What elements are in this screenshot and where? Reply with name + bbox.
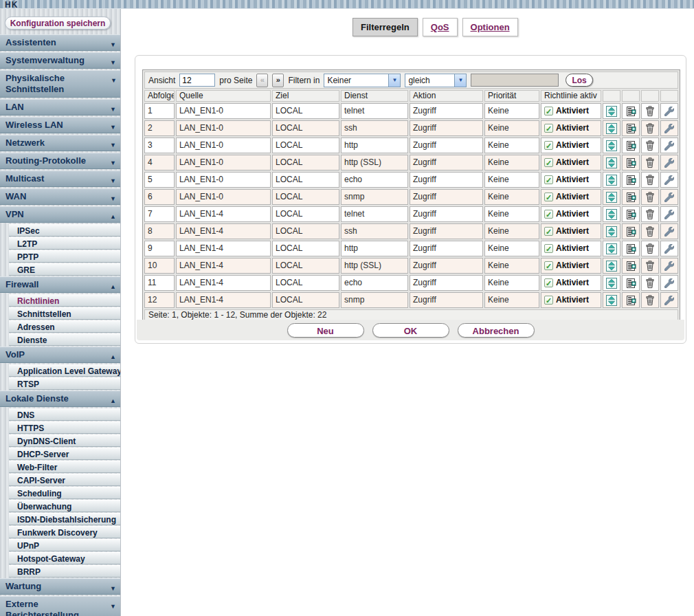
move-icon[interactable] <box>603 155 620 170</box>
sidebar-item-dyndns-client[interactable]: DynDNS-Client <box>9 434 120 447</box>
sidebar-item-hotspot-gateway[interactable]: Hotspot-Gateway <box>9 552 120 564</box>
sidebar-item-firewall[interactable]: Firewall ▲ <box>0 276 120 293</box>
add-entry-icon[interactable] <box>622 258 640 274</box>
trash-icon[interactable] <box>641 138 659 153</box>
trash-icon[interactable] <box>641 120 659 136</box>
move-icon[interactable] <box>603 292 620 308</box>
add-entry-icon[interactable] <box>622 172 640 188</box>
previous-page-button[interactable]: « <box>256 74 268 87</box>
move-icon[interactable] <box>603 120 620 136</box>
move-icon[interactable] <box>603 223 620 239</box>
ok-button[interactable]: OK <box>372 323 449 338</box>
move-icon[interactable] <box>603 138 620 153</box>
sidebar-item-isdn-diebstahlsicherung[interactable]: ISDN-Diebstahlsicherung <box>9 513 120 525</box>
trash-icon[interactable] <box>641 223 659 239</box>
move-icon[interactable] <box>603 189 620 205</box>
wrench-icon[interactable] <box>660 275 678 291</box>
sidebar-item-pptp[interactable]: PPTP <box>9 250 120 263</box>
checkbox-checked-icon[interactable]: ✓ <box>544 261 553 270</box>
sidebar-item-web-filter[interactable]: Web-Filter <box>9 461 120 473</box>
sidebar-item-wartung[interactable]: Wartung ▼ <box>0 578 120 595</box>
checkbox-checked-icon[interactable]: ✓ <box>544 107 553 116</box>
trash-icon[interactable] <box>641 103 659 119</box>
trash-icon[interactable] <box>641 241 659 256</box>
wrench-icon[interactable] <box>660 172 678 188</box>
sidebar-item-routing-protokolle[interactable]: Routing-Protokolle ▼ <box>0 153 120 169</box>
add-entry-icon[interactable] <box>622 103 640 119</box>
sidebar-item-schnittstellen[interactable]: Schnittstellen <box>9 307 120 320</box>
add-entry-icon[interactable] <box>622 155 640 170</box>
filter-operator-select[interactable]: gleich ▼ <box>405 74 467 87</box>
checkbox-checked-icon[interactable]: ✓ <box>544 124 553 133</box>
move-icon[interactable] <box>603 241 620 256</box>
sidebar-item-lan[interactable]: LAN ▼ <box>0 99 120 116</box>
sidebar-item-dns[interactable]: DNS <box>9 408 120 421</box>
sidebar-item-brrp[interactable]: BRRP <box>9 565 120 578</box>
sidebar-item-capi-server[interactable]: CAPI-Server <box>9 474 120 486</box>
move-icon[interactable] <box>603 275 620 291</box>
tab-qos[interactable]: QoS <box>423 18 458 36</box>
sidebar-item-l2tp[interactable]: L2TP <box>9 237 120 250</box>
checkbox-checked-icon[interactable]: ✓ <box>544 296 553 305</box>
sidebar-item-assistenten[interactable]: Assistenten ▼ <box>0 34 120 51</box>
sidebar-item-dienste[interactable]: Dienste <box>9 333 120 346</box>
tab-optionen[interactable]: Optionen <box>462 18 518 36</box>
sidebar-item-netzwerk[interactable]: Netzwerk ▼ <box>0 135 120 151</box>
next-page-button[interactable]: » <box>272 74 284 87</box>
add-entry-icon[interactable] <box>622 241 640 256</box>
sidebar-item-lokale-dienste[interactable]: Lokale Dienste ▲ <box>0 390 120 407</box>
sidebar-item-scheduling[interactable]: Scheduling <box>9 487 120 499</box>
trash-icon[interactable] <box>641 189 659 205</box>
wrench-icon[interactable] <box>660 103 678 119</box>
sidebar-item-ipsec[interactable]: IPSec <box>9 224 120 236</box>
wrench-icon[interactable] <box>660 241 678 256</box>
trash-icon[interactable] <box>641 292 659 308</box>
sidebar-item-richtlinien[interactable]: Richtlinien <box>9 294 120 307</box>
add-entry-icon[interactable] <box>622 120 640 136</box>
sidebar-item-upnp[interactable]: UPnP <box>9 539 120 551</box>
trash-icon[interactable] <box>641 172 659 188</box>
sidebar-item-application-level-gateway[interactable]: Application Level Gateway <box>9 364 120 377</box>
sidebar-item-externe-berichterstellung[interactable]: Externe Berichterstellung ▼ <box>0 596 120 616</box>
trash-icon[interactable] <box>641 155 659 170</box>
sidebar-item-adressen[interactable]: Adressen <box>9 320 120 333</box>
wrench-icon[interactable] <box>660 223 678 239</box>
sidebar-item-systemverwaltung[interactable]: Systemverwaltung ▼ <box>0 52 120 69</box>
checkbox-checked-icon[interactable]: ✓ <box>544 227 553 236</box>
sidebar-item-gre[interactable]: GRE <box>9 263 120 276</box>
sidebar-item-physikalische-schnittstellen[interactable]: Physikalische Schnittstellen ▼ <box>0 70 121 98</box>
add-entry-icon[interactable] <box>622 189 640 205</box>
sidebar-item-wan[interactable]: WAN ▼ <box>0 188 120 205</box>
sidebar-item-https[interactable]: HTTPS <box>9 421 120 434</box>
wrench-icon[interactable] <box>660 292 678 308</box>
move-icon[interactable] <box>603 172 620 188</box>
add-entry-icon[interactable] <box>622 223 640 239</box>
filter-value-input[interactable] <box>471 74 559 87</box>
wrench-icon[interactable] <box>660 206 678 222</box>
save-configuration-button[interactable]: Konfiguration speichern <box>5 16 111 30</box>
add-entry-icon[interactable] <box>622 138 640 153</box>
sidebar-item-wireless-lan[interactable]: Wireless LAN ▼ <box>0 117 120 133</box>
checkbox-checked-icon[interactable]: ✓ <box>544 175 553 184</box>
tab-filterregeln[interactable]: Filterregeln <box>352 18 418 36</box>
per-page-input[interactable] <box>179 74 215 87</box>
add-entry-icon[interactable] <box>622 292 640 308</box>
sidebar-item-voip[interactable]: VoIP ▲ <box>0 346 120 363</box>
checkbox-checked-icon[interactable]: ✓ <box>544 192 553 201</box>
checkbox-checked-icon[interactable]: ✓ <box>544 210 553 219</box>
wrench-icon[interactable] <box>660 155 678 170</box>
wrench-icon[interactable] <box>660 138 678 153</box>
filter-field-select[interactable]: Keiner ▼ <box>324 74 401 87</box>
sidebar-item-rtsp[interactable]: RTSP <box>9 377 120 390</box>
checkbox-checked-icon[interactable]: ✓ <box>544 278 553 287</box>
checkbox-checked-icon[interactable]: ✓ <box>544 158 553 167</box>
move-icon[interactable] <box>603 258 620 274</box>
neu-button[interactable]: Neu <box>287 323 364 338</box>
checkbox-checked-icon[interactable]: ✓ <box>544 244 553 253</box>
sidebar-item-dhcp-server[interactable]: DHCP-Server <box>9 448 120 460</box>
wrench-icon[interactable] <box>660 120 678 136</box>
sidebar-item-funkwerk-discovery[interactable]: Funkwerk Discovery <box>9 526 120 538</box>
move-icon[interactable] <box>603 206 620 222</box>
trash-icon[interactable] <box>641 206 659 222</box>
trash-icon[interactable] <box>641 258 659 274</box>
